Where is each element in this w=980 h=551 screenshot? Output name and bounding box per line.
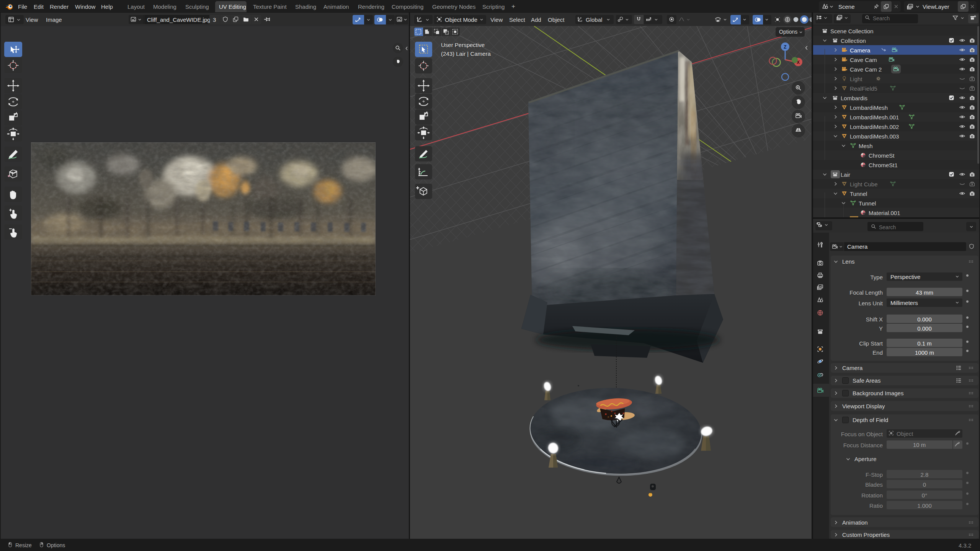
svg-text:Z: Z [784, 44, 786, 50]
